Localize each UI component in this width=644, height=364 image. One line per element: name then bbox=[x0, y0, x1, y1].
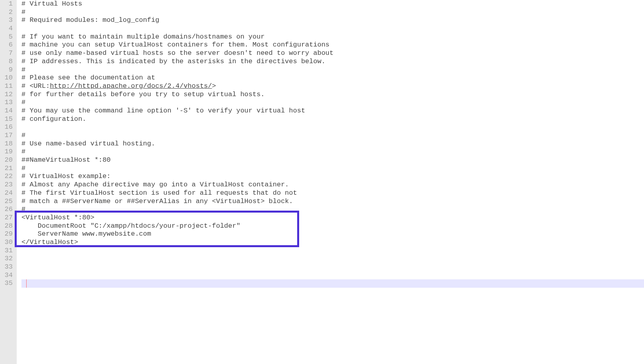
code-line[interactable] bbox=[21, 25, 644, 33]
line-number: 34 bbox=[2, 271, 13, 280]
code-line[interactable]: # Almost any Apache directive may go int… bbox=[21, 181, 644, 189]
code-line[interactable]: # bbox=[21, 66, 644, 74]
line-number: 3 bbox=[2, 16, 13, 25]
code-line[interactable] bbox=[21, 279, 644, 288]
line-number: 25 bbox=[2, 197, 13, 206]
code-line[interactable] bbox=[21, 123, 644, 132]
code-line[interactable]: DocumentRoot "C:/xampp/htdocs/your-proje… bbox=[21, 222, 644, 230]
code-line[interactable]: # <URL:http://httpd.apache.org/docs/2.4/… bbox=[21, 82, 644, 91]
code-line[interactable]: # Virtual Hosts bbox=[21, 0, 644, 8]
line-number: 21 bbox=[2, 165, 13, 173]
code-line[interactable]: # bbox=[21, 148, 644, 156]
line-number-gutter: 1234567891011121314151617181920212223242… bbox=[0, 0, 17, 364]
line-number: 24 bbox=[2, 189, 13, 197]
line-number: 5 bbox=[2, 33, 13, 41]
line-number: 12 bbox=[2, 91, 13, 99]
code-line[interactable]: </VirtualHost> bbox=[21, 238, 644, 247]
code-line[interactable]: # The first VirtualHost section is used … bbox=[21, 189, 644, 197]
code-line[interactable]: <VirtualHost *:80> bbox=[21, 214, 644, 222]
code-text: # <URL: bbox=[21, 82, 50, 90]
code-line[interactable]: # bbox=[21, 132, 644, 140]
line-number: 27 bbox=[2, 214, 13, 222]
code-line[interactable]: # for further details before you try to … bbox=[21, 91, 644, 99]
code-line[interactable]: # configuration. bbox=[21, 115, 644, 124]
line-number: 13 bbox=[2, 99, 13, 107]
line-number: 31 bbox=[2, 247, 13, 255]
line-number: 33 bbox=[2, 263, 13, 271]
line-number: 16 bbox=[2, 123, 13, 132]
line-number: 18 bbox=[2, 140, 13, 148]
code-line[interactable]: # machine you can setup VirtualHost cont… bbox=[21, 41, 644, 49]
line-number: 28 bbox=[2, 222, 13, 230]
code-line[interactable]: # IP addresses. This is indicated by the… bbox=[21, 58, 644, 66]
line-number: 35 bbox=[2, 279, 13, 288]
line-number: 26 bbox=[2, 205, 13, 214]
line-number: 32 bbox=[2, 255, 13, 263]
line-number: 23 bbox=[2, 181, 13, 189]
line-number: 9 bbox=[2, 66, 13, 74]
code-line[interactable]: # Use name-based virtual hosting. bbox=[21, 140, 644, 148]
line-number: 20 bbox=[2, 156, 13, 165]
code-line[interactable]: # You may use the command line option '-… bbox=[21, 107, 644, 115]
line-number: 17 bbox=[2, 132, 13, 140]
line-number: 11 bbox=[2, 82, 13, 91]
code-line[interactable]: ServerName www.mywebsite.com bbox=[21, 230, 644, 238]
line-number: 2 bbox=[2, 8, 13, 17]
line-number: 10 bbox=[2, 74, 13, 82]
text-caret bbox=[26, 279, 27, 288]
line-number: 15 bbox=[2, 115, 13, 124]
line-number: 22 bbox=[2, 172, 13, 181]
line-number: 30 bbox=[2, 238, 13, 247]
url-link[interactable]: http://httpd.apache.org/docs/2.4/vhosts/ bbox=[50, 82, 212, 90]
code-line[interactable]: ##NameVirtualHost *:80 bbox=[21, 156, 644, 165]
line-number: 19 bbox=[2, 148, 13, 156]
code-line[interactable]: # VirtualHost example: bbox=[21, 172, 644, 181]
code-line[interactable]: # use only name-based virtual hosts so t… bbox=[21, 49, 644, 58]
line-number: 29 bbox=[2, 230, 13, 238]
code-line[interactable]: # bbox=[21, 99, 644, 107]
line-number: 6 bbox=[2, 41, 13, 49]
code-line[interactable] bbox=[21, 247, 644, 255]
code-line[interactable]: # bbox=[21, 165, 644, 173]
code-line[interactable]: # bbox=[21, 8, 644, 17]
code-line[interactable] bbox=[21, 263, 644, 271]
code-line[interactable] bbox=[21, 271, 644, 280]
code-text: > bbox=[212, 82, 216, 90]
code-line[interactable]: # Please see the documentation at bbox=[21, 74, 644, 82]
code-line[interactable]: # bbox=[21, 205, 644, 214]
line-number: 7 bbox=[2, 49, 13, 58]
line-number: 8 bbox=[2, 58, 13, 66]
code-line[interactable]: # Required modules: mod_log_config bbox=[21, 16, 644, 25]
line-number: 14 bbox=[2, 107, 13, 115]
code-line[interactable]: # match a ##ServerName or ##ServerAlias … bbox=[21, 197, 644, 206]
code-editor[interactable]: # Virtual Hosts## Required modules: mod_… bbox=[17, 0, 644, 364]
line-number: 1 bbox=[2, 0, 13, 8]
line-number: 4 bbox=[2, 25, 13, 33]
code-line[interactable] bbox=[21, 255, 644, 263]
code-line[interactable]: # If you want to maintain multiple domai… bbox=[21, 33, 644, 41]
